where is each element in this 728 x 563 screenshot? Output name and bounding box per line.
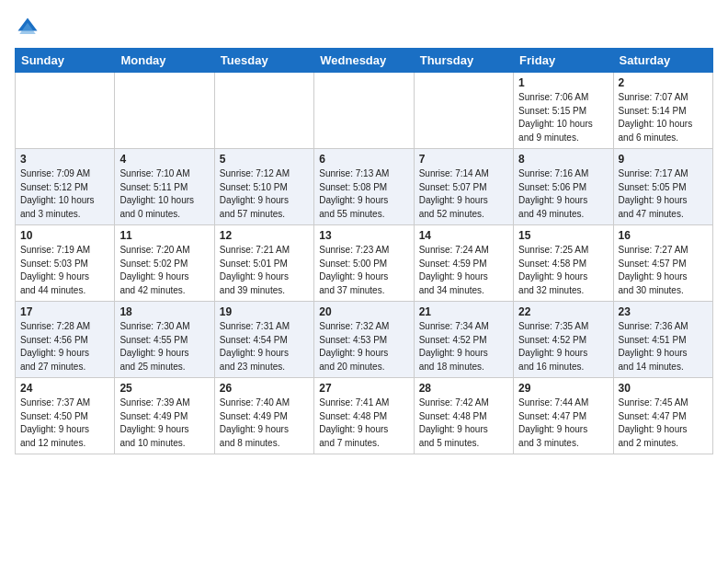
weekday-header-tuesday: Tuesday <box>214 49 313 73</box>
calendar-cell: 14Sunrise: 7:24 AM Sunset: 4:59 PM Dayli… <box>414 225 513 302</box>
calendar-week-row: 1Sunrise: 7:06 AM Sunset: 5:15 PM Daylig… <box>16 73 713 149</box>
calendar-cell: 21Sunrise: 7:34 AM Sunset: 4:52 PM Dayli… <box>414 302 513 378</box>
day-info: Sunrise: 7:14 AM Sunset: 5:07 PM Dayligh… <box>419 167 508 221</box>
calendar-cell: 30Sunrise: 7:45 AM Sunset: 4:47 PM Dayli… <box>613 378 712 454</box>
calendar-cell <box>414 73 513 149</box>
day-number: 10 <box>20 229 109 242</box>
day-info: Sunrise: 7:07 AM Sunset: 5:14 PM Dayligh… <box>619 91 708 144</box>
day-number: 12 <box>220 229 309 242</box>
day-info: Sunrise: 7:28 AM Sunset: 4:56 PM Dayligh… <box>20 320 109 373</box>
day-number: 13 <box>319 229 408 242</box>
calendar-cell: 27Sunrise: 7:41 AM Sunset: 4:48 PM Dayli… <box>314 378 414 454</box>
calendar-cell: 6Sunrise: 7:13 AM Sunset: 5:08 PM Daylig… <box>314 149 414 225</box>
calendar-cell <box>16 73 115 149</box>
day-info: Sunrise: 7:23 AM Sunset: 5:00 PM Dayligh… <box>319 244 408 297</box>
calendar-cell: 26Sunrise: 7:40 AM Sunset: 4:49 PM Dayli… <box>214 378 313 454</box>
calendar-cell: 5Sunrise: 7:12 AM Sunset: 5:10 PM Daylig… <box>214 149 313 225</box>
day-number: 26 <box>220 382 309 395</box>
weekday-header-monday: Monday <box>115 49 214 73</box>
day-number: 23 <box>619 305 708 318</box>
day-number: 19 <box>220 305 309 318</box>
day-number: 16 <box>619 229 708 242</box>
day-info: Sunrise: 7:21 AM Sunset: 5:01 PM Dayligh… <box>220 244 309 297</box>
day-info: Sunrise: 7:42 AM Sunset: 4:48 PM Dayligh… <box>419 396 508 450</box>
day-info: Sunrise: 7:20 AM Sunset: 5:02 PM Dayligh… <box>119 244 209 297</box>
calendar-cell: 20Sunrise: 7:32 AM Sunset: 4:53 PM Dayli… <box>314 302 414 378</box>
calendar-cell: 11Sunrise: 7:20 AM Sunset: 5:02 PM Dayli… <box>115 225 214 302</box>
day-info: Sunrise: 7:16 AM Sunset: 5:06 PM Dayligh… <box>518 167 608 221</box>
logo <box>15 15 46 40</box>
day-info: Sunrise: 7:34 AM Sunset: 4:52 PM Dayligh… <box>419 320 508 373</box>
calendar-cell: 16Sunrise: 7:27 AM Sunset: 4:57 PM Dayli… <box>613 225 712 302</box>
calendar-cell: 12Sunrise: 7:21 AM Sunset: 5:01 PM Dayli… <box>214 225 313 302</box>
calendar-cell: 17Sunrise: 7:28 AM Sunset: 4:56 PM Dayli… <box>16 302 115 378</box>
day-info: Sunrise: 7:32 AM Sunset: 4:53 PM Dayligh… <box>319 320 408 373</box>
day-info: Sunrise: 7:45 AM Sunset: 4:47 PM Dayligh… <box>619 396 708 450</box>
day-number: 24 <box>20 382 109 395</box>
day-info: Sunrise: 7:36 AM Sunset: 4:51 PM Dayligh… <box>619 320 708 373</box>
day-number: 15 <box>518 229 608 242</box>
calendar-cell: 24Sunrise: 7:37 AM Sunset: 4:50 PM Dayli… <box>16 378 115 454</box>
calendar-cell: 7Sunrise: 7:14 AM Sunset: 5:07 PM Daylig… <box>414 149 513 225</box>
calendar-header-row: SundayMondayTuesdayWednesdayThursdayFrid… <box>16 49 713 73</box>
weekday-header-sunday: Sunday <box>16 49 115 73</box>
calendar-cell: 25Sunrise: 7:39 AM Sunset: 4:49 PM Dayli… <box>115 378 214 454</box>
day-info: Sunrise: 7:44 AM Sunset: 4:47 PM Dayligh… <box>518 396 608 450</box>
day-number: 14 <box>419 229 508 242</box>
calendar-cell: 8Sunrise: 7:16 AM Sunset: 5:06 PM Daylig… <box>514 149 613 225</box>
day-number: 20 <box>319 305 408 318</box>
header <box>15 15 713 40</box>
weekday-header-saturday: Saturday <box>613 49 712 73</box>
day-number: 5 <box>220 153 309 166</box>
weekday-header-thursday: Thursday <box>414 49 513 73</box>
calendar-cell: 23Sunrise: 7:36 AM Sunset: 4:51 PM Dayli… <box>613 302 712 378</box>
day-number: 29 <box>518 382 608 395</box>
day-info: Sunrise: 7:30 AM Sunset: 4:55 PM Dayligh… <box>119 320 209 373</box>
day-info: Sunrise: 7:37 AM Sunset: 4:50 PM Dayligh… <box>20 396 109 450</box>
day-number: 9 <box>619 153 708 166</box>
day-info: Sunrise: 7:10 AM Sunset: 5:11 PM Dayligh… <box>119 167 209 221</box>
day-number: 6 <box>319 153 408 166</box>
day-number: 21 <box>419 305 508 318</box>
calendar-cell <box>214 73 313 149</box>
day-number: 4 <box>119 153 209 166</box>
calendar-cell <box>115 73 214 149</box>
calendar-cell: 9Sunrise: 7:17 AM Sunset: 5:05 PM Daylig… <box>613 149 712 225</box>
calendar-cell: 19Sunrise: 7:31 AM Sunset: 4:54 PM Dayli… <box>214 302 313 378</box>
calendar-week-row: 17Sunrise: 7:28 AM Sunset: 4:56 PM Dayli… <box>16 302 713 378</box>
day-info: Sunrise: 7:25 AM Sunset: 4:58 PM Dayligh… <box>518 244 608 297</box>
calendar-cell: 22Sunrise: 7:35 AM Sunset: 4:52 PM Dayli… <box>514 302 613 378</box>
day-number: 30 <box>619 382 708 395</box>
day-number: 17 <box>20 305 109 318</box>
day-info: Sunrise: 7:35 AM Sunset: 4:52 PM Dayligh… <box>518 320 608 373</box>
calendar-cell: 4Sunrise: 7:10 AM Sunset: 5:11 PM Daylig… <box>115 149 214 225</box>
calendar-cell: 29Sunrise: 7:44 AM Sunset: 4:47 PM Dayli… <box>514 378 613 454</box>
day-info: Sunrise: 7:27 AM Sunset: 4:57 PM Dayligh… <box>619 244 708 297</box>
day-number: 1 <box>518 76 608 89</box>
weekday-header-friday: Friday <box>514 49 613 73</box>
day-number: 25 <box>119 382 209 395</box>
day-number: 27 <box>319 382 408 395</box>
day-info: Sunrise: 7:24 AM Sunset: 4:59 PM Dayligh… <box>419 244 508 297</box>
day-info: Sunrise: 7:19 AM Sunset: 5:03 PM Dayligh… <box>20 244 109 297</box>
calendar-table: SundayMondayTuesdayWednesdayThursdayFrid… <box>15 48 713 454</box>
calendar-week-row: 10Sunrise: 7:19 AM Sunset: 5:03 PM Dayli… <box>16 225 713 302</box>
calendar-cell: 28Sunrise: 7:42 AM Sunset: 4:48 PM Dayli… <box>414 378 513 454</box>
calendar-cell: 15Sunrise: 7:25 AM Sunset: 4:58 PM Dayli… <box>514 225 613 302</box>
calendar-week-row: 3Sunrise: 7:09 AM Sunset: 5:12 PM Daylig… <box>16 149 713 225</box>
day-number: 3 <box>20 153 109 166</box>
day-number: 18 <box>119 305 209 318</box>
calendar-cell: 10Sunrise: 7:19 AM Sunset: 5:03 PM Dayli… <box>16 225 115 302</box>
calendar-cell: 18Sunrise: 7:30 AM Sunset: 4:55 PM Dayli… <box>115 302 214 378</box>
day-number: 7 <box>419 153 508 166</box>
calendar-cell: 13Sunrise: 7:23 AM Sunset: 5:00 PM Dayli… <box>314 225 414 302</box>
day-number: 8 <box>518 153 608 166</box>
day-info: Sunrise: 7:39 AM Sunset: 4:49 PM Dayligh… <box>119 396 209 450</box>
page: SundayMondayTuesdayWednesdayThursdayFrid… <box>0 0 728 563</box>
calendar-cell: 2Sunrise: 7:07 AM Sunset: 5:14 PM Daylig… <box>613 73 712 149</box>
day-info: Sunrise: 7:17 AM Sunset: 5:05 PM Dayligh… <box>619 167 708 221</box>
day-number: 28 <box>419 382 508 395</box>
day-number: 2 <box>619 76 708 89</box>
calendar-cell: 1Sunrise: 7:06 AM Sunset: 5:15 PM Daylig… <box>514 73 613 149</box>
day-info: Sunrise: 7:12 AM Sunset: 5:10 PM Dayligh… <box>220 167 309 221</box>
